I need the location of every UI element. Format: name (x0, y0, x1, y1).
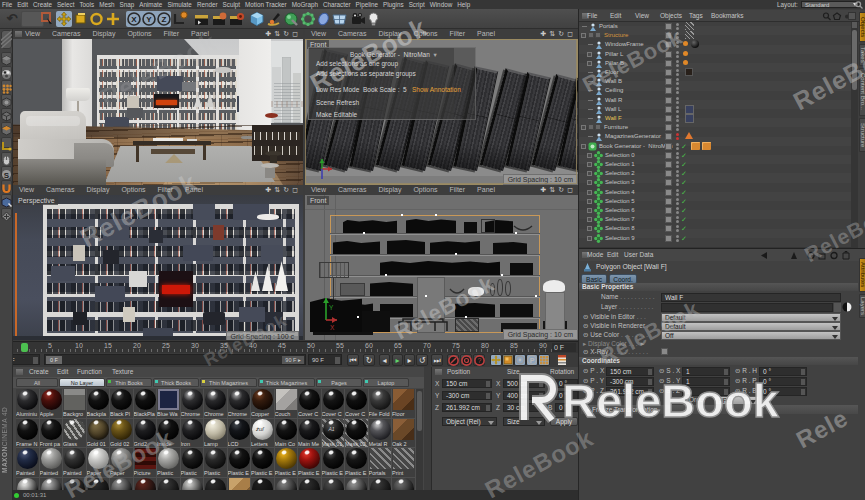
svg-text:?: ? (478, 357, 482, 364)
svg-text:Y: Y (329, 304, 334, 311)
svg-text:Z: Z (162, 15, 167, 24)
svg-text:P: P (530, 357, 535, 364)
svg-text:X: X (330, 324, 335, 331)
svg-text:Y: Y (146, 15, 152, 24)
svg-text:S: S (4, 171, 10, 180)
svg-text:X: X (131, 15, 137, 24)
